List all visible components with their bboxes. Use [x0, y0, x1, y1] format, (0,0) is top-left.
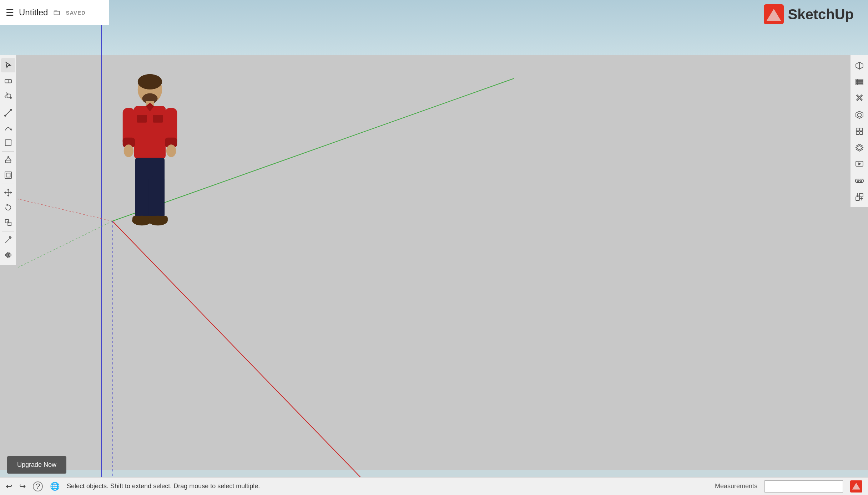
svg-rect-42 [5, 160, 11, 163]
menu-icon[interactable]: ☰ [6, 7, 14, 18]
svg-point-34 [10, 97, 11, 99]
svg-rect-59 [9, 236, 11, 238]
measurements-label: Measurements [715, 483, 757, 490]
ground-background [0, 55, 868, 470]
tool-shapes[interactable] [1, 136, 15, 150]
rtool-materials[interactable] [852, 58, 867, 73]
tool-push-pull[interactable] [1, 153, 15, 167]
tool-orbit[interactable] [1, 248, 15, 262]
tool-line[interactable] [1, 106, 15, 120]
svg-rect-72 [860, 128, 863, 131]
svg-point-36 [4, 115, 6, 116]
svg-marker-54 [7, 204, 8, 206]
svg-marker-50 [7, 189, 9, 190]
svg-marker-76 [859, 163, 861, 165]
svg-rect-71 [856, 128, 859, 131]
tool-offset[interactable] [1, 168, 15, 182]
svg-marker-43 [5, 158, 11, 160]
svg-rect-74 [860, 132, 863, 134]
document-title: Untitled [19, 7, 48, 17]
svg-marker-39 [10, 129, 11, 131]
saved-badge: SAVED [66, 10, 86, 16]
help-icon[interactable]: ? [33, 481, 43, 491]
svg-rect-66 [856, 81, 863, 83]
separator-1 [2, 104, 14, 104]
tool-arc[interactable] [1, 121, 15, 135]
logo-text: SketchUp [788, 6, 854, 22]
svg-rect-67 [856, 83, 863, 85]
rtool-scenes[interactable] [852, 157, 867, 172]
svg-line-57 [7, 221, 9, 224]
separator-4 [2, 231, 14, 231]
svg-rect-82 [859, 193, 863, 197]
svg-point-79 [860, 180, 862, 182]
svg-marker-70 [858, 113, 861, 117]
separator-3 [2, 184, 14, 184]
topbar: ☰ Untitled 🗀 SAVED [0, 0, 109, 25]
redo-icon[interactable]: ↪ [19, 482, 26, 491]
globe-icon[interactable]: 🌐 [50, 482, 60, 491]
svg-point-62 [7, 254, 9, 256]
status-message: Select objects. Shift to extend select. … [67, 483, 708, 490]
separator-2 [2, 151, 14, 152]
tool-rotate[interactable] [1, 200, 15, 215]
svg-rect-81 [856, 197, 859, 200]
svg-marker-88 [852, 483, 860, 489]
undo-icon[interactable]: ↩ [6, 482, 12, 491]
svg-point-78 [857, 180, 859, 182]
tool-scale[interactable] [1, 215, 15, 230]
tool-move[interactable] [1, 185, 15, 200]
sketchup-logo: SketchUp [763, 4, 854, 25]
rtool-extension[interactable] [852, 189, 867, 204]
svg-rect-46 [5, 172, 11, 178]
svg-rect-73 [856, 132, 859, 134]
svg-line-58 [5, 237, 11, 243]
rtool-3d-warehouse[interactable] [852, 107, 867, 122]
rtool-solid-tools[interactable] [852, 124, 867, 139]
svg-rect-47 [6, 173, 10, 177]
svg-marker-38 [10, 109, 11, 111]
svg-marker-52 [4, 192, 5, 193]
rtool-components[interactable] [852, 75, 867, 90]
right-toolbar [850, 55, 868, 207]
measurements-input[interactable] [764, 480, 843, 493]
tool-tape-measure[interactable] [1, 233, 15, 247]
folder-icon[interactable]: 🗀 [53, 8, 61, 17]
svg-rect-65 [856, 79, 863, 81]
viewport: ☰ Untitled 🗀 SAVED SketchUp [0, 0, 868, 495]
rtool-layers[interactable] [852, 140, 867, 155]
tool-select[interactable] [1, 58, 15, 72]
statusbar: ↩ ↪ ? 🌐 Select objects. Shift to extend … [0, 477, 868, 495]
tool-eraser[interactable] [1, 73, 15, 87]
svg-marker-45 [7, 156, 9, 157]
svg-marker-53 [11, 192, 12, 193]
upgrade-now-button[interactable]: Upgrade Now [7, 456, 66, 474]
logo-icon [763, 4, 784, 25]
rtool-vr[interactable] [852, 173, 867, 188]
sky-background [0, 0, 868, 55]
tool-paint-bucket[interactable] [1, 88, 15, 102]
sketchup-badge [850, 480, 862, 493]
svg-marker-51 [7, 195, 9, 196]
left-toolbar [0, 55, 16, 265]
svg-rect-40 [5, 140, 11, 146]
rtool-styles[interactable] [852, 91, 867, 106]
